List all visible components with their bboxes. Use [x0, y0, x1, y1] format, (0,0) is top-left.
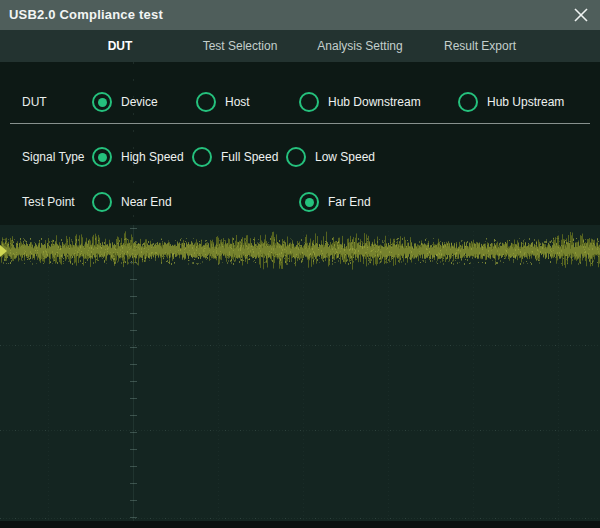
tab-bar: DUT Test Selection Analysis Setting Resu…: [0, 30, 600, 62]
radio-option-full-speed[interactable]: Full Speed: [192, 146, 278, 168]
radio-option-device[interactable]: Device: [92, 91, 158, 113]
tab-dut[interactable]: DUT: [60, 30, 180, 62]
title-bar: USB2.0 Compliance test: [0, 0, 600, 30]
radio-icon: [286, 147, 306, 167]
radio-icon: [92, 92, 112, 112]
radio-option-low-speed[interactable]: Low Speed: [286, 146, 375, 168]
close-button[interactable]: [569, 3, 593, 27]
usb-compliance-dialog: USB2.0 Compliance test DUT Test Selectio…: [0, 0, 600, 528]
radio-icon: [299, 92, 319, 112]
radio-option-far-end[interactable]: Far End: [299, 191, 371, 213]
radio-option-hub-upstream[interactable]: Hub Upstream: [458, 91, 564, 113]
radio-icon: [299, 192, 319, 212]
radio-option-high-speed[interactable]: High Speed: [92, 146, 184, 168]
section-divider: [10, 123, 590, 124]
radio-icon: [92, 192, 112, 212]
radio-option-hub-downstream[interactable]: Hub Downstream: [299, 91, 421, 113]
radio-icon: [92, 147, 112, 167]
test-point-row-label: Test Point: [22, 191, 75, 213]
radio-option-host[interactable]: Host: [196, 91, 250, 113]
radio-icon: [458, 92, 478, 112]
signal-type-row-label: Signal Type: [22, 146, 85, 168]
radio-icon: [192, 147, 212, 167]
tab-test-selection[interactable]: Test Selection: [180, 30, 300, 62]
close-icon: [573, 7, 589, 23]
radio-option-near-end[interactable]: Near End: [92, 191, 172, 213]
tab-result-export[interactable]: Result Export: [420, 30, 540, 62]
dialog-title: USB2.0 Compliance test: [9, 0, 163, 30]
scope-waveform-display: [0, 225, 600, 528]
tab-analysis-setting[interactable]: Analysis Setting: [300, 30, 420, 62]
radio-icon: [196, 92, 216, 112]
dut-row-label: DUT: [22, 91, 47, 113]
